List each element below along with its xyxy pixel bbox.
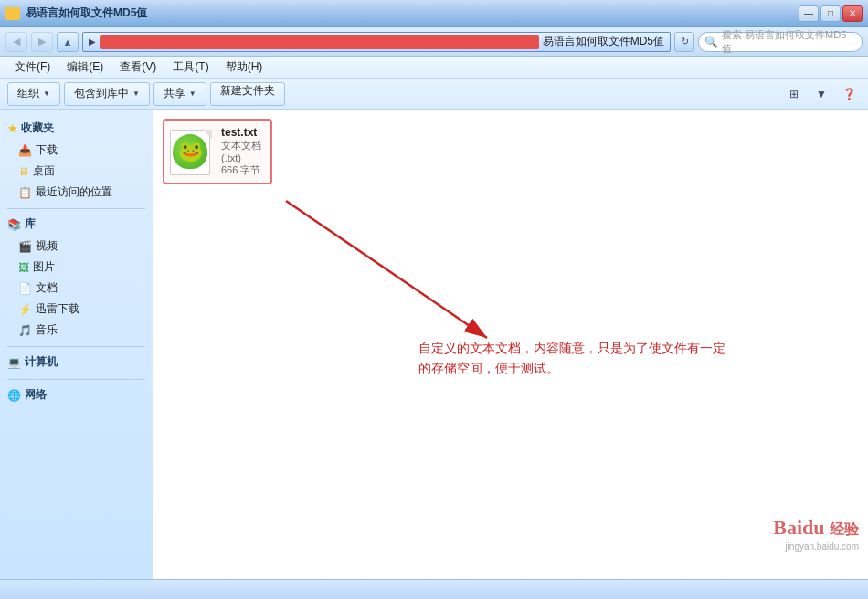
sidebar-library-header[interactable]: 📚 库	[0, 213, 153, 236]
path-highlight	[100, 35, 539, 49]
baidu-suffix: 经验	[830, 521, 859, 537]
sidebar-downloads-label: 下载	[36, 142, 58, 158]
favorites-star-icon: ★	[7, 122, 17, 135]
minimize-button[interactable]: —	[799, 5, 819, 22]
share-label: 共享	[164, 86, 185, 101]
documents-icon: 📄	[18, 282, 32, 295]
baidu-red-text: du	[802, 516, 824, 539]
window-title: 易语言如何取文件MD5值	[26, 5, 147, 21]
title-bar-controls: — □ ✕	[799, 5, 863, 22]
annotation-arrow-svg	[277, 173, 514, 365]
sidebar-desktop-label: 桌面	[33, 163, 55, 179]
sidebar-item-documents[interactable]: 📄 文档	[0, 278, 153, 299]
toolbar: 组织 ▼ 包含到库中 ▼ 共享 ▼ 新建文件夹 ⊞ ▼ ❓	[0, 79, 868, 110]
sidebar-item-video[interactable]: 🎬 视频	[0, 236, 153, 257]
organize-label: 组织	[17, 86, 39, 101]
sidebar-separator-3	[7, 379, 145, 380]
include-lib-chevron-icon: ▼	[132, 89, 140, 98]
library-icon: 📚	[7, 218, 21, 231]
title-bar: 易语言如何取文件MD5值 — □ ✕	[0, 0, 868, 27]
sidebar: ★ 收藏夹 📥 下载 🖥 桌面 📋 最近访问的位置 📚 库	[0, 110, 153, 579]
sidebar-library-section: 📚 库 🎬 视频 🖼 图片 📄 文档 ⚡ 迅雷下载 🎵 音乐	[0, 213, 153, 341]
new-folder-button[interactable]: 新建文件夹	[210, 82, 285, 106]
organize-button[interactable]: 组织 ▼	[7, 82, 60, 106]
sidebar-network-label: 网络	[25, 387, 47, 403]
sidebar-item-music[interactable]: 🎵 音乐	[0, 320, 153, 341]
status-bar	[0, 579, 868, 599]
toolbar-right: ⊞ ▼ ❓	[782, 82, 861, 106]
search-icon: 🔍	[704, 36, 718, 48]
address-path[interactable]: ▶ 易语言如何取文件MD5值	[82, 32, 671, 52]
title-bar-left: 易语言如何取文件MD5值	[5, 5, 147, 21]
organize-chevron-icon: ▼	[43, 89, 50, 98]
file-name: test.txt	[221, 126, 265, 139]
sidebar-item-thunder[interactable]: ⚡ 迅雷下载	[0, 299, 153, 320]
file-item-test-txt[interactable]: 🐸 test.txt 文本文档 (.txt) 666 字节	[163, 119, 272, 184]
file-size: 666 字节	[221, 163, 265, 177]
main-area: ★ 收藏夹 📥 下载 🖥 桌面 📋 最近访问的位置 📚 库	[0, 110, 868, 579]
search-box[interactable]: 🔍 搜索 易语言如何取文件MD5值	[698, 32, 863, 52]
back-button[interactable]: ◀	[5, 32, 27, 52]
sidebar-item-images[interactable]: 🖼 图片	[0, 257, 153, 278]
sidebar-network-header[interactable]: 🌐 网络	[0, 384, 153, 406]
sidebar-item-downloads[interactable]: 📥 下载	[0, 140, 153, 161]
sidebar-network-section: 🌐 网络	[0, 384, 153, 406]
menu-bar: 文件(F) 编辑(E) 查看(V) 工具(T) 帮助(H)	[0, 57, 868, 79]
thunder-icon: ⚡	[18, 303, 32, 316]
sidebar-images-label: 图片	[33, 259, 55, 275]
share-button[interactable]: 共享 ▼	[153, 82, 206, 106]
sidebar-recent-label: 最近访问的位置	[36, 184, 112, 200]
sidebar-favorites-section: ★ 收藏夹 📥 下载 🖥 桌面 📋 最近访问的位置	[0, 117, 153, 203]
share-chevron-icon: ▼	[189, 89, 196, 98]
menu-view[interactable]: 查看(V)	[112, 58, 164, 77]
jingyan-url: jingyan.baidu.com	[785, 541, 859, 552]
maximize-button[interactable]: □	[820, 5, 841, 22]
content-area: 🐸 test.txt 文本文档 (.txt) 666 字节 自定义的文本文档，内…	[153, 110, 868, 579]
close-button[interactable]: ✕	[842, 5, 863, 22]
sidebar-favorites-label: 收藏夹	[21, 121, 54, 136]
menu-edit[interactable]: 编辑(E)	[59, 58, 111, 77]
address-bar: ◀ ▶ ▲ ▶ 易语言如何取文件MD5值 ↻ 🔍 搜索 易语言如何取文件MD5值	[0, 27, 868, 57]
file-info: test.txt 文本文档 (.txt) 666 字节	[221, 126, 265, 177]
up-button[interactable]: ▲	[57, 32, 79, 52]
sidebar-computer-header[interactable]: 💻 计算机	[0, 351, 153, 373]
menu-file[interactable]: 文件(F)	[7, 58, 58, 77]
menu-help[interactable]: 帮助(H)	[218, 58, 270, 77]
help-icon-button[interactable]: ❓	[837, 82, 861, 106]
annotation-content: 自定义的文本文档，内容随意，只是为了使文件有一定 的存储空间，便于测试。	[418, 341, 725, 375]
include-lib-label: 包含到库中	[74, 86, 129, 101]
sidebar-item-desktop[interactable]: 🖥 桌面	[0, 161, 153, 182]
sidebar-item-recent[interactable]: 📋 最近访问的位置	[0, 182, 153, 203]
network-icon: 🌐	[7, 389, 21, 402]
sidebar-documents-label: 文档	[36, 280, 58, 296]
sidebar-music-label: 音乐	[36, 322, 58, 338]
refresh-button[interactable]: ↻	[674, 32, 694, 52]
baidu-logo: Baidu 经验	[773, 516, 859, 540]
sidebar-separator-2	[7, 346, 145, 347]
search-placeholder: 搜索 易语言如何取文件MD5值	[722, 28, 856, 56]
path-arrow: ▶	[89, 37, 96, 47]
file-type: 文本文档 (.txt)	[221, 139, 265, 163]
view-options-button[interactable]: ⊞	[782, 82, 806, 106]
baidu-blue-text: Bai	[773, 516, 802, 539]
desktop-icon: 🖥	[18, 165, 29, 178]
video-icon: 🎬	[18, 240, 32, 253]
downloads-folder-icon: 📥	[18, 144, 32, 157]
recent-icon: 📋	[18, 186, 32, 199]
forward-button[interactable]: ▶	[31, 32, 53, 52]
file-icon-frog: 🐸	[173, 134, 207, 169]
include-lib-button[interactable]: 包含到库中 ▼	[64, 82, 150, 106]
path-title: 易语言如何取文件MD5值	[543, 34, 664, 49]
sidebar-library-label: 库	[25, 216, 36, 232]
sidebar-favorites-header[interactable]: ★ 收藏夹	[0, 117, 153, 140]
sidebar-video-label: 视频	[36, 238, 58, 254]
view-toggle-button[interactable]: ▼	[810, 82, 833, 106]
menu-tools[interactable]: 工具(T)	[165, 58, 216, 77]
file-icon-wrapper: 🐸	[170, 130, 214, 173]
file-item-inner: 🐸 test.txt 文本文档 (.txt) 666 字节	[170, 126, 265, 177]
sidebar-computer-section: 💻 计算机	[0, 351, 153, 373]
images-icon: 🖼	[18, 261, 29, 274]
music-icon: 🎵	[18, 324, 32, 337]
watermark: Baidu 经验 jingyan.baidu.com	[773, 516, 859, 552]
computer-icon: 💻	[7, 356, 21, 369]
